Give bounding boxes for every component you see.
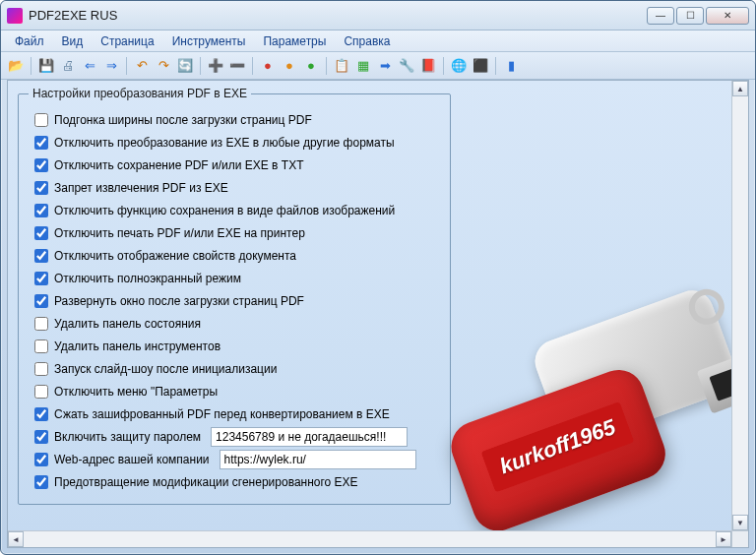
option-checkbox[interactable] bbox=[34, 136, 48, 150]
option-row: Сжать зашифрованный PDF перед конвертиро… bbox=[29, 403, 440, 424]
separator bbox=[126, 57, 127, 75]
menu-params[interactable]: Параметры bbox=[255, 32, 334, 50]
group-legend: Настройки преобразования PDF в EXE bbox=[29, 87, 251, 100]
plus-icon[interactable]: ➕ bbox=[207, 57, 224, 75]
option-input[interactable] bbox=[220, 450, 416, 469]
scroll-h-track[interactable] bbox=[24, 531, 716, 547]
option-input[interactable] bbox=[211, 427, 408, 447]
option-checkbox[interactable] bbox=[34, 475, 48, 489]
separator bbox=[200, 57, 201, 75]
option-checkbox[interactable] bbox=[34, 407, 48, 421]
app-window: PDF2EXE RUS — ☐ ✕ Файл Вид Страница Инст… bbox=[0, 0, 756, 555]
undo-icon[interactable]: ↶ bbox=[133, 57, 151, 75]
menu-tools[interactable]: Инструменты bbox=[164, 32, 254, 50]
bar-icon[interactable]: ▮ bbox=[502, 57, 520, 75]
horizontal-scrollbar[interactable]: ◄ ► bbox=[8, 530, 731, 547]
client-area: Настройки преобразования PDF в EXE Подго… bbox=[8, 81, 731, 530]
option-checkbox[interactable] bbox=[34, 113, 48, 127]
book-icon[interactable]: 📕 bbox=[419, 57, 437, 75]
menu-page[interactable]: Страница bbox=[93, 32, 161, 50]
option-label: Запрет извлечения PDF из EXE bbox=[54, 181, 228, 195]
scroll-v-track[interactable] bbox=[732, 96, 748, 515]
dot-orange-icon[interactable]: ● bbox=[281, 57, 298, 75]
option-label: Отключить сохранение PDF и/или EXE в TXT bbox=[54, 158, 303, 172]
option-checkbox[interactable] bbox=[34, 317, 48, 331]
vertical-scrollbar[interactable]: ▲ ▼ bbox=[731, 81, 748, 530]
titlebar: PDF2EXE RUS — ☐ ✕ bbox=[1, 1, 755, 31]
dot-green-icon[interactable]: ● bbox=[302, 57, 320, 75]
minimize-button[interactable]: — bbox=[647, 7, 674, 25]
forward-icon[interactable]: ⇒ bbox=[102, 57, 120, 75]
maximize-button[interactable]: ☐ bbox=[676, 7, 704, 25]
option-label: Развернуть окно после загрузки страниц P… bbox=[54, 294, 304, 308]
option-row: Отключить меню "Параметры bbox=[29, 381, 440, 401]
refresh-icon[interactable]: 🔄 bbox=[176, 57, 194, 75]
option-label: Отключить преобразование из EXE в любые … bbox=[54, 136, 395, 150]
option-row: Web-адрес вашей компании bbox=[29, 449, 440, 469]
option-row: Включить защиту паролем bbox=[29, 426, 440, 447]
menu-help[interactable]: Справка bbox=[336, 32, 398, 50]
wrench-icon[interactable]: 🔧 bbox=[398, 57, 415, 75]
window-title: PDF2EXE RUS bbox=[29, 8, 647, 23]
option-row: Отключить отображение свойств документа bbox=[29, 245, 440, 266]
option-label: Web-адрес вашей компании bbox=[54, 453, 210, 466]
option-label: Удалить панель состояния bbox=[54, 317, 201, 331]
option-checkbox[interactable] bbox=[34, 249, 48, 263]
globe-icon[interactable]: 🌐 bbox=[450, 57, 468, 75]
scroll-right-button[interactable]: ► bbox=[716, 531, 731, 547]
option-checkbox[interactable] bbox=[34, 294, 48, 308]
stop-icon[interactable]: ⬛ bbox=[472, 57, 489, 75]
open-icon[interactable]: 📂 bbox=[7, 57, 25, 75]
option-checkbox[interactable] bbox=[34, 430, 48, 444]
option-label: Включить защиту паролем bbox=[54, 430, 201, 444]
option-checkbox[interactable] bbox=[34, 453, 48, 466]
option-checkbox[interactable] bbox=[34, 362, 48, 376]
print-icon[interactable]: 🖨 bbox=[59, 57, 77, 75]
menu-file[interactable]: Файл bbox=[7, 32, 52, 50]
minus-icon[interactable]: ➖ bbox=[228, 57, 246, 75]
copy-icon[interactable]: 📋 bbox=[333, 57, 350, 75]
separator bbox=[31, 57, 32, 75]
grid-icon[interactable]: ▦ bbox=[354, 57, 372, 75]
option-checkbox[interactable] bbox=[34, 226, 48, 240]
separator bbox=[326, 57, 327, 75]
app-icon bbox=[7, 8, 23, 24]
option-checkbox[interactable] bbox=[34, 385, 48, 399]
menu-view[interactable]: Вид bbox=[54, 32, 92, 50]
option-row: Запрет извлечения PDF из EXE bbox=[29, 177, 440, 198]
toolbar: 📂 💾 🖨 ⇐ ⇒ ↶ ↷ 🔄 ➕ ➖ ● ● ● 📋 ▦ ➡ 🔧 📕 🌐 ⬛ … bbox=[1, 52, 755, 80]
back-icon[interactable]: ⇐ bbox=[81, 57, 98, 75]
separator bbox=[252, 57, 253, 75]
scroll-left-button[interactable]: ◄ bbox=[8, 531, 24, 547]
scroll-down-button[interactable]: ▼ bbox=[732, 515, 748, 530]
option-checkbox[interactable] bbox=[34, 158, 48, 172]
option-row: Подгонка ширины после загрузки страниц P… bbox=[29, 109, 440, 130]
option-row: Отключить полноэкранный режим bbox=[29, 268, 440, 288]
save-icon[interactable]: 💾 bbox=[37, 57, 55, 75]
option-label: Сжать зашифрованный PDF перед конвертиро… bbox=[54, 407, 390, 421]
option-label: Предотвращение модификации сгенерированн… bbox=[54, 475, 358, 489]
option-row: Развернуть окно после загрузки страниц P… bbox=[29, 290, 440, 311]
option-label: Удалить панель инструментов bbox=[54, 339, 220, 353]
option-row: Отключить печать PDF и/или EXE на принте… bbox=[29, 222, 440, 243]
option-checkbox[interactable] bbox=[34, 204, 48, 217]
option-label: Отключить отображение свойств документа bbox=[54, 249, 296, 263]
option-label: Запуск слайд-шоу после инициализации bbox=[54, 362, 277, 376]
separator bbox=[443, 57, 444, 75]
window-controls: — ☐ ✕ bbox=[647, 7, 749, 25]
option-row: Отключить преобразование из EXE в любые … bbox=[29, 132, 440, 153]
scroll-up-button[interactable]: ▲ bbox=[732, 81, 748, 96]
scroll-corner bbox=[731, 530, 748, 547]
go-icon[interactable]: ➡ bbox=[376, 57, 394, 75]
settings-group: Настройки преобразования PDF в EXE Подго… bbox=[18, 87, 451, 505]
option-checkbox[interactable] bbox=[34, 181, 48, 195]
option-checkbox[interactable] bbox=[34, 339, 48, 353]
option-label: Отключить полноэкранный режим bbox=[54, 272, 241, 285]
redo-icon[interactable]: ↷ bbox=[155, 57, 172, 75]
close-button[interactable]: ✕ bbox=[706, 7, 749, 25]
option-row: Отключить функцию сохранения в виде файл… bbox=[29, 200, 440, 220]
dot-red-icon[interactable]: ● bbox=[259, 57, 277, 75]
option-label: Подгонка ширины после загрузки страниц P… bbox=[54, 113, 312, 127]
option-row: Отключить сохранение PDF и/или EXE в TXT bbox=[29, 154, 440, 175]
option-checkbox[interactable] bbox=[34, 272, 48, 285]
